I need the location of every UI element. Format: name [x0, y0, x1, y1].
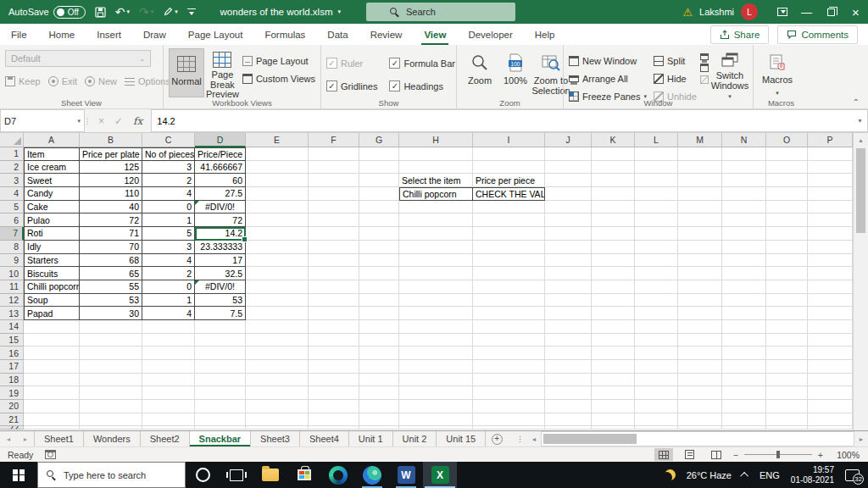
cell-E11[interactable]	[246, 280, 309, 294]
cell-N3[interactable]	[722, 174, 766, 187]
cell-B11[interactable]: 55	[80, 280, 142, 294]
cell-P12[interactable]	[808, 294, 853, 308]
cell-G8[interactable]	[359, 241, 399, 254]
cell-D13[interactable]: 7.5	[195, 307, 246, 320]
language-indicator[interactable]: ENG	[760, 470, 780, 480]
zoom-button[interactable]: Zoom	[462, 48, 498, 97]
cell-P17[interactable]	[808, 360, 853, 374]
name-box[interactable]: D7 ▾	[0, 109, 85, 132]
headings-checkbox[interactable]: ✓Headings	[389, 78, 455, 94]
row-header-10[interactable]: 10	[0, 267, 24, 280]
cell-O10[interactable]	[766, 267, 808, 280]
cell-M9[interactable]	[678, 254, 722, 268]
cell-L13[interactable]	[635, 307, 678, 320]
new-sheet-button[interactable]: +	[486, 431, 508, 446]
minimize-button[interactable]: —	[794, 0, 819, 24]
scroll-left-icon[interactable]: ◄	[527, 431, 541, 446]
cell-E16[interactable]	[246, 347, 309, 360]
cell-K12[interactable]	[592, 294, 635, 308]
cell-N9[interactable]	[722, 254, 766, 268]
cell-O17[interactable]	[766, 360, 808, 374]
cell-G4[interactable]	[359, 187, 399, 201]
column-header-D[interactable]: D	[195, 133, 246, 147]
cell-E13[interactable]	[246, 307, 309, 320]
row-header-4[interactable]: 4	[0, 187, 24, 201]
cell-K20[interactable]	[592, 400, 635, 413]
cell-H21[interactable]	[399, 413, 473, 427]
cell-H13[interactable]	[399, 307, 473, 320]
undo-icon[interactable]: ↶▾	[115, 5, 130, 19]
cell-J19[interactable]	[545, 386, 592, 400]
cell-J1[interactable]	[545, 147, 592, 161]
row-header-14[interactable]: 14	[0, 320, 24, 334]
cell-P5[interactable]	[808, 201, 853, 214]
cell-D20[interactable]	[195, 400, 246, 413]
cell-J4[interactable]	[545, 187, 592, 201]
view-side-by-side-icon[interactable]	[700, 53, 709, 60]
cell-A12[interactable]: Soup	[24, 294, 80, 308]
cell-C10[interactable]: 2	[142, 267, 195, 280]
cell-O11[interactable]	[766, 280, 808, 294]
cell-N16[interactable]	[722, 347, 766, 360]
cell-H20[interactable]	[399, 400, 473, 413]
cell-O3[interactable]	[766, 174, 808, 187]
cell-J5[interactable]	[545, 201, 592, 214]
cell-B1[interactable]: Price per plate	[80, 147, 142, 161]
cell-P22[interactable]	[808, 426, 853, 430]
cell-L14[interactable]	[635, 320, 678, 334]
cell-O13[interactable]	[766, 307, 808, 320]
cell-H19[interactable]	[399, 386, 473, 400]
cell-G13[interactable]	[359, 307, 399, 320]
cell-B8[interactable]: 70	[80, 241, 142, 254]
cell-B20[interactable]	[80, 400, 142, 413]
start-button[interactable]	[0, 462, 37, 488]
autosave-toggle[interactable]: AutoSave Off	[8, 6, 86, 19]
sheet-tab-unit-2[interactable]: Unit 2	[393, 431, 437, 446]
cell-E9[interactable]	[246, 254, 309, 268]
column-header-O[interactable]: O	[766, 133, 808, 147]
cell-D6[interactable]: 72	[195, 214, 246, 227]
cell-P21[interactable]	[808, 413, 853, 427]
sheet-tab-wonders[interactable]: Wonders	[84, 431, 141, 446]
cell-A1[interactable]: Item	[24, 147, 80, 161]
cell-J8[interactable]	[545, 241, 592, 254]
cell-H1[interactable]	[399, 147, 473, 161]
cell-C2[interactable]: 3	[142, 161, 195, 175]
cell-L4[interactable]	[635, 187, 678, 201]
new-window-button[interactable]: New Window	[569, 53, 647, 69]
cell-E8[interactable]	[246, 241, 309, 254]
cell-C9[interactable]: 4	[142, 254, 195, 268]
cell-L21[interactable]	[635, 413, 678, 427]
cell-K6[interactable]	[592, 214, 635, 227]
save-icon[interactable]	[95, 7, 106, 18]
cell-I9[interactable]	[473, 254, 545, 268]
row-header-12[interactable]: 12	[0, 294, 24, 308]
column-header-K[interactable]: K	[592, 133, 635, 147]
normal-view-button[interactable]: Normal	[169, 48, 204, 97]
cell-K8[interactable]	[592, 241, 635, 254]
cell-F8[interactable]	[309, 241, 359, 254]
cell-C7[interactable]: 5	[142, 227, 195, 241]
cell-I19[interactable]	[473, 386, 545, 400]
cell-M16[interactable]	[678, 347, 722, 360]
cell-L11[interactable]	[635, 280, 678, 294]
weather-text[interactable]: 26°C Haze	[687, 470, 732, 480]
cell-N2[interactable]	[722, 161, 766, 175]
cell-C4[interactable]: 4	[142, 187, 195, 201]
cell-P2[interactable]	[808, 161, 853, 175]
tab-page-layout[interactable]: Page Layout	[177, 24, 254, 45]
cell-O1[interactable]	[766, 147, 808, 161]
cell-I18[interactable]	[473, 374, 545, 387]
row-header-13[interactable]: 13	[0, 307, 24, 320]
cell-F3[interactable]	[309, 174, 359, 187]
cell-N13[interactable]	[722, 307, 766, 320]
cell-F21[interactable]	[309, 413, 359, 427]
excel-button[interactable]: X	[423, 462, 457, 488]
cell-P13[interactable]	[808, 307, 853, 320]
cell-N8[interactable]	[722, 241, 766, 254]
cell-M4[interactable]	[678, 187, 722, 201]
cell-E6[interactable]	[246, 214, 309, 227]
cell-C8[interactable]: 3	[142, 241, 195, 254]
row-header-6[interactable]: 6	[0, 214, 24, 227]
cell-A16[interactable]	[24, 347, 80, 360]
